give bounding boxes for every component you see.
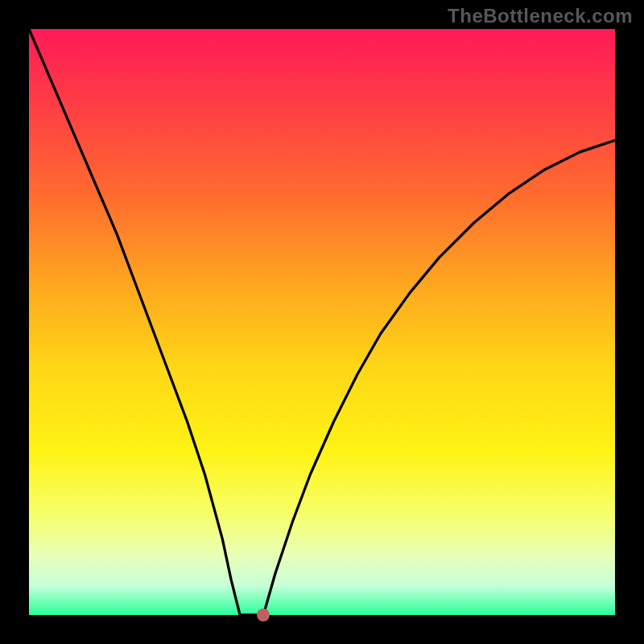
chart-svg bbox=[29, 29, 615, 615]
watermark-text: TheBottleneck.com bbox=[448, 5, 633, 27]
chart-frame: TheBottleneck.com bbox=[0, 0, 644, 644]
optimal-point-marker bbox=[257, 609, 270, 621]
plot-area bbox=[29, 29, 615, 615]
gradient-background bbox=[29, 29, 615, 615]
